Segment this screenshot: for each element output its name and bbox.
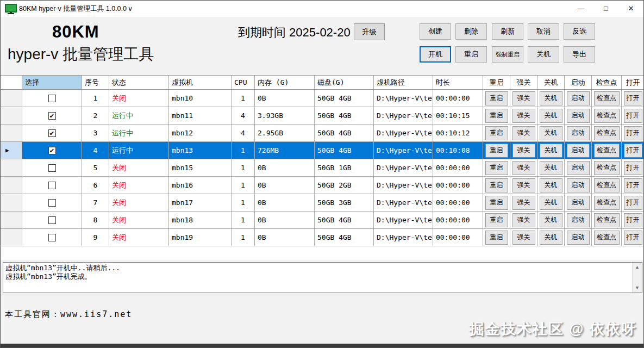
row-restart-button[interactable]: 重启 <box>485 178 508 192</box>
row-restart-button[interactable]: 重启 <box>485 161 508 175</box>
row-forceoff-button[interactable]: 强关 <box>512 126 535 140</box>
row-forceoff-button[interactable]: 强关 <box>512 178 535 192</box>
row-shutdown-button[interactable]: 关机 <box>540 231 562 245</box>
column-header-restart[interactable]: 重启 <box>483 76 510 90</box>
column-header-select[interactable]: 选择 <box>22 76 82 90</box>
row-start-button[interactable]: 启动 <box>567 126 590 140</box>
invert-select-button[interactable]: 反选 <box>564 23 595 40</box>
minimize-button[interactable]: — <box>568 1 593 17</box>
row-checkpoint-button[interactable]: 检查点 <box>594 231 620 245</box>
column-header-index[interactable]: 序号 <box>82 76 109 90</box>
row-forceoff-button[interactable]: 强关 <box>512 144 535 158</box>
column-header-memory[interactable]: 内存 (G) <box>255 76 315 90</box>
column-header-shutdown[interactable]: 关机 <box>537 76 565 90</box>
power-on-button[interactable]: 开机 <box>420 46 451 63</box>
row-restart-button[interactable]: 重启 <box>485 196 508 210</box>
refresh-button[interactable]: 刷新 <box>492 23 523 40</box>
column-header-disk[interactable]: 磁盘(G) <box>315 76 374 90</box>
row-checkpoint-button[interactable]: 检查点 <box>594 144 620 158</box>
row-checkpoint-button[interactable]: 检查点 <box>594 213 620 227</box>
row-select-checkbox[interactable] <box>48 164 56 172</box>
row-select-checkbox[interactable] <box>48 216 56 224</box>
row-open-button[interactable]: 打开 <box>624 109 642 123</box>
row-forceoff-button[interactable]: 强关 <box>512 213 535 227</box>
upgrade-button[interactable]: 升级 <box>354 23 385 40</box>
row-start-button[interactable]: 启动 <box>567 144 590 158</box>
restart-button[interactable]: 重启 <box>455 46 487 63</box>
row-start-button[interactable]: 启动 <box>567 91 590 105</box>
row-restart-button[interactable]: 重启 <box>485 109 508 123</box>
row-checkpoint-button[interactable]: 检查点 <box>594 178 620 192</box>
table-row[interactable]: ✔2运行中mbn1143.93GB50GB 4GBD:\Hyper-V\tes.… <box>1 107 644 125</box>
row-shutdown-button[interactable]: 关机 <box>540 126 562 140</box>
table-row[interactable]: 1关闭mbn1010B50GB 4GBD:\Hyper-V\tes...00:0… <box>1 90 644 107</box>
row-shutdown-button[interactable]: 关机 <box>540 109 562 123</box>
row-restart-button[interactable]: 重启 <box>485 91 508 105</box>
row-start-button[interactable]: 启动 <box>567 109 590 123</box>
column-header-path[interactable]: 虚机路径 <box>374 76 433 90</box>
row-checkpoint-button[interactable]: 检查点 <box>594 196 620 210</box>
table-row[interactable]: 9关闭mbn1910B50GB 4GBD:\Hyper-V\tes...00:0… <box>1 229 644 246</box>
table-row[interactable]: ▶✔4运行中mbn131726MB50GB 4GBD:\Hyper-V\tes.… <box>1 142 644 159</box>
row-open-button[interactable]: 打开 <box>624 231 642 245</box>
row-select-checkbox[interactable]: ✔ <box>48 129 56 137</box>
row-open-button[interactable]: 打开 <box>624 178 642 192</box>
row-shutdown-button[interactable]: 关机 <box>540 91 562 105</box>
row-shutdown-button[interactable]: 关机 <box>540 196 562 210</box>
table-row[interactable]: ✔3运行中mbn1242.95GB50GB 4GBD:\Hyper-V\tes.… <box>1 125 644 142</box>
row-checkpoint-button[interactable]: 检查点 <box>594 109 620 123</box>
column-header-cpu[interactable]: CPU <box>232 76 255 90</box>
log-textarea[interactable]: 虚拟机“mbn13”开机中..请稍后... 虚拟机“mbn13”开机完成。 ▲ … <box>3 262 642 293</box>
row-checkpoint-button[interactable]: 检查点 <box>594 161 620 175</box>
row-shutdown-button[interactable]: 关机 <box>540 213 562 227</box>
row-open-button[interactable]: 打开 <box>624 196 642 210</box>
maximize-button[interactable]: □ <box>593 1 618 17</box>
row-forceoff-button[interactable]: 强关 <box>512 161 535 175</box>
table-row[interactable]: 5关闭mbn1510B50GB 1GBD:\Hyper-V\tes...00:0… <box>1 159 644 177</box>
row-forceoff-button[interactable]: 强关 <box>512 231 535 245</box>
row-shutdown-button[interactable]: 关机 <box>540 144 562 158</box>
row-forceoff-button[interactable]: 强关 <box>512 196 535 210</box>
row-open-button[interactable]: 打开 <box>624 161 642 175</box>
row-open-button[interactable]: 打开 <box>624 126 642 140</box>
row-start-button[interactable]: 启动 <box>567 231 590 245</box>
row-start-button[interactable]: 启动 <box>567 161 590 175</box>
row-restart-button[interactable]: 重启 <box>485 213 508 227</box>
row-open-button[interactable]: 打开 <box>624 144 642 158</box>
column-header-open[interactable]: 打开 <box>622 76 644 90</box>
force-restart-button[interactable]: 强制重启 <box>492 46 523 63</box>
export-button[interactable]: 导出 <box>564 46 595 63</box>
row-shutdown-button[interactable]: 关机 <box>540 178 562 192</box>
row-restart-button[interactable]: 重启 <box>485 126 508 140</box>
column-header-start[interactable]: 启动 <box>565 76 592 90</box>
row-restart-button[interactable]: 重启 <box>485 144 508 158</box>
row-start-button[interactable]: 启动 <box>567 196 590 210</box>
row-restart-button[interactable]: 重启 <box>485 231 508 245</box>
create-button[interactable]: 创建 <box>420 23 451 40</box>
row-select-checkbox[interactable] <box>48 182 56 189</box>
shutdown-button[interactable]: 关机 <box>528 46 559 63</box>
row-select-checkbox[interactable]: ✔ <box>48 112 56 120</box>
log-scrollbar[interactable]: ▲ ▼ <box>632 263 642 293</box>
cancel-button[interactable]: 取消 <box>528 23 559 40</box>
row-open-button[interactable]: 打开 <box>624 91 642 105</box>
row-forceoff-button[interactable]: 强关 <box>512 91 535 105</box>
row-start-button[interactable]: 启动 <box>567 178 590 192</box>
column-header-vm[interactable]: 虚拟机 <box>169 76 232 90</box>
scroll-up-icon[interactable]: ▲ <box>633 263 642 272</box>
table-row[interactable]: 8关闭mbn1810B50GB 4GBD:\Hyper-V\tes...00:0… <box>1 212 644 229</box>
column-header-checkpoint[interactable]: 检查点 <box>592 76 622 90</box>
row-select-checkbox[interactable] <box>48 95 56 102</box>
delete-button[interactable]: 删除 <box>455 23 487 40</box>
row-select-checkbox[interactable] <box>48 234 56 241</box>
column-header-forceoff[interactable]: 强关 <box>510 76 537 90</box>
column-header-status[interactable]: 状态 <box>109 76 169 90</box>
row-start-button[interactable]: 启动 <box>567 213 590 227</box>
row-checkpoint-button[interactable]: 检查点 <box>594 91 620 105</box>
column-header-duration[interactable]: 时长 <box>433 76 483 90</box>
table-row[interactable]: 7关闭mbn1710B50GB 3GBD:\Hyper-V\tes...00:0… <box>1 194 644 212</box>
row-checkpoint-button[interactable]: 检查点 <box>594 126 620 140</box>
row-select-checkbox[interactable] <box>48 199 56 207</box>
close-button[interactable]: ✕ <box>618 1 643 17</box>
table-row[interactable]: 6关闭mbn1610B50GB 2GBD:\Hyper-V\tes...00:0… <box>1 177 644 194</box>
